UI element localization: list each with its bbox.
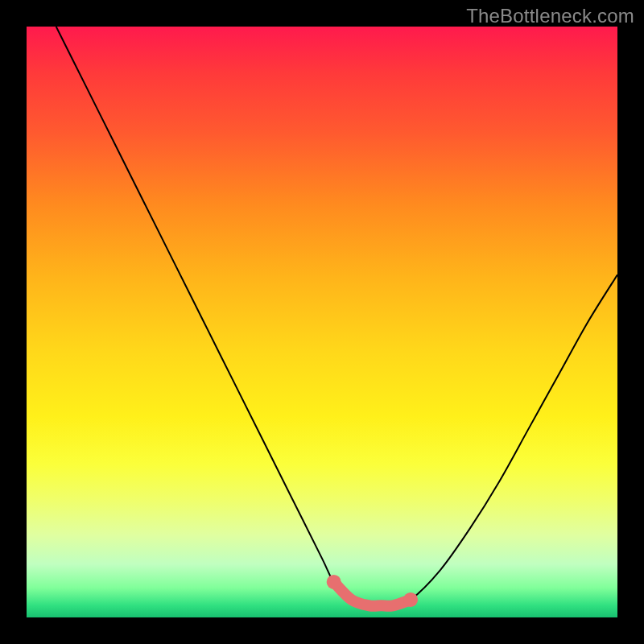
chart-plot-area	[27, 27, 617, 617]
chart-frame: TheBottleneck.com	[0, 0, 644, 644]
highlight-endpoint-0	[327, 575, 341, 589]
optimal-range-highlight	[334, 582, 411, 606]
highlight-endpoint-1	[403, 592, 418, 607]
watermark-text: TheBottleneck.com	[466, 5, 634, 27]
curves-group	[56, 27, 617, 607]
chart-svg	[27, 27, 617, 617]
bottleneck-curve	[56, 27, 617, 606]
